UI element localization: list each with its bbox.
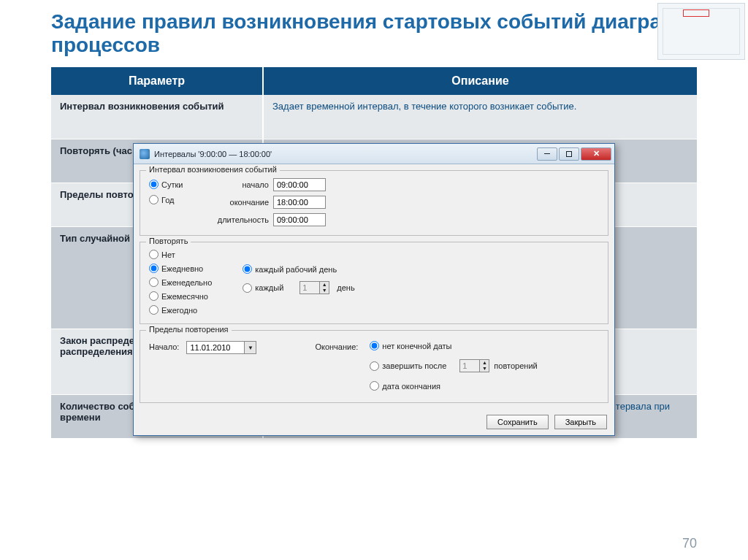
group-repeat-legend: Повторять xyxy=(146,237,191,245)
chevron-up-icon[interactable]: ▲ xyxy=(480,360,489,366)
dialog-titlebar[interactable]: Интервалы '9:00:00 — 18:00:00' ✕ xyxy=(134,144,614,164)
input-duration[interactable] xyxy=(273,213,326,226)
app-icon xyxy=(140,149,150,159)
group-interval-legend: Интервал возникновения событий xyxy=(146,165,280,174)
th-desc: Описание xyxy=(263,67,697,95)
group-limits-legend: Пределы повторения xyxy=(146,325,232,334)
lbl-end: окончание xyxy=(215,198,273,207)
save-button[interactable]: Сохранить xyxy=(486,415,549,429)
slide-title: Задание правил возникновения стартовых с… xyxy=(51,10,697,57)
radio-yearly[interactable]: Ежегодно xyxy=(149,305,212,315)
radio-every[interactable]: каждый xyxy=(243,283,283,293)
radio-workday[interactable]: каждый рабочий день xyxy=(243,264,346,274)
radio-daily[interactable]: Ежедневно xyxy=(149,264,212,273)
radio-year[interactable]: Год xyxy=(149,195,206,204)
lbl-limit-start: Начало: xyxy=(149,341,179,351)
maximize-button[interactable] xyxy=(559,147,579,161)
radio-after[interactable]: завершить после xyxy=(370,361,446,371)
close-button[interactable]: ✕ xyxy=(581,147,611,161)
input-start[interactable] xyxy=(273,178,326,191)
radio-weekly[interactable]: Еженедельно xyxy=(149,277,212,287)
page-number: 70 xyxy=(682,536,697,551)
minimize-button[interactable] xyxy=(537,147,557,161)
lbl-every-unit: день xyxy=(337,283,354,292)
lbl-limit-end: Окончание: xyxy=(315,341,358,351)
th-param: Параметр xyxy=(51,67,263,95)
lbl-after-unit: повторений xyxy=(494,361,537,370)
table-row: Интервал возникновения событий Задает вр… xyxy=(51,95,697,139)
group-interval: Интервал возникновения событий Сутки Год… xyxy=(140,170,608,236)
chevron-down-icon[interactable]: ▼ xyxy=(245,341,256,354)
radio-day[interactable]: Сутки xyxy=(149,180,206,189)
chevron-down-icon[interactable]: ▼ xyxy=(320,288,329,294)
spin-after[interactable]: ▲▼ xyxy=(459,359,489,372)
input-end[interactable] xyxy=(273,196,326,209)
chevron-up-icon[interactable]: ▲ xyxy=(320,282,329,288)
chevron-down-icon[interactable]: ▼ xyxy=(480,366,489,372)
group-repeat: Повторять Нет Ежедневно Еженедельно Ежем… xyxy=(140,242,608,324)
lbl-duration: длительность xyxy=(215,215,273,224)
group-limits: Пределы повторения Начало: ▼ Окончание: … xyxy=(140,330,608,403)
radio-monthly[interactable]: Ежемесячно xyxy=(149,291,212,301)
date-start[interactable]: ▼ xyxy=(186,341,256,354)
slide-thumbnail xyxy=(657,3,745,60)
spin-every[interactable]: ▲▼ xyxy=(299,281,329,294)
radio-enddate[interactable]: дата окончания xyxy=(370,381,528,391)
dialog-title: Интервалы '9:00:00 — 18:00:00' xyxy=(154,150,537,158)
radio-none[interactable]: Нет xyxy=(149,250,212,259)
close-dialog-button[interactable]: Закрыть xyxy=(554,415,607,429)
intervals-dialog: Интервалы '9:00:00 — 18:00:00' ✕ Интерва… xyxy=(133,143,615,436)
lbl-start: начало xyxy=(215,180,273,189)
radio-noend[interactable]: нет конечной даты xyxy=(370,341,528,350)
